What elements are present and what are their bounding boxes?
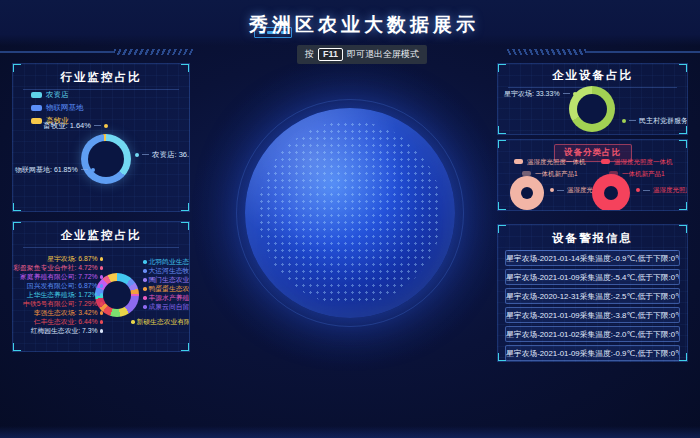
legend-label: 农资店	[46, 90, 69, 99]
pie-label-store: 农资店: 36.51%	[135, 150, 190, 159]
legend-item[interactable]: 温湿度光照度一体机	[514, 157, 586, 166]
enterprise-panel: 企业监控占比 星宇农场: 6.87% 彩盈聚鱼专业合作社: 4.72% 家庭养殖…	[12, 221, 190, 352]
legend-label: 物联网基地	[46, 103, 84, 112]
label-dot	[143, 305, 147, 309]
label-dot	[100, 329, 104, 333]
pie-label: 国兴发有限公司: 6.87%	[27, 282, 103, 290]
industry-panel-title: 行业监控占比	[23, 70, 179, 90]
legend-swatch	[31, 92, 42, 98]
legend-swatch	[31, 105, 42, 111]
alert-row: 星宇农场-2021-01-09采集温度:-5.4℃,低于下限:0℃	[505, 269, 680, 285]
footer-glow-band	[0, 426, 700, 438]
label-dot	[131, 320, 135, 324]
tooltip-suffix: 即可退出全屏模式	[347, 48, 419, 61]
category-right-donut-chart[interactable]	[592, 174, 630, 211]
pie-label: 丰源水产养殖专业合作社: 1.	[143, 294, 190, 302]
label-dot	[100, 311, 104, 315]
alert-row: 星宇农场-2021-01-02采集温度:-2.0℃,低于下限:0℃	[505, 326, 680, 342]
pie-label: 星宇农场: 6.87%	[47, 255, 103, 263]
fullscreen-tooltip: 按 F11 即可退出全屏模式	[297, 45, 427, 64]
alerts-panel: 设备警报信息 星宇农场-2021-01-14采集温度:-0.9℃,低于下限:0℃…	[497, 224, 688, 362]
label-dot	[143, 296, 147, 300]
label-dot	[622, 119, 626, 123]
label-dot	[143, 260, 147, 264]
label-dot	[100, 320, 104, 324]
pie-label: 新硕生态农业有限公司: 6.87	[131, 318, 190, 326]
label-dot	[636, 188, 640, 192]
header-decor-line-right	[506, 49, 700, 55]
pie-label: 家庭养殖有限公司: 7.72%	[20, 273, 103, 281]
pie-label: 北羽鸽业生态养殖: 11.16%	[143, 258, 190, 266]
pie-label: 仁丰生态农业: 6.44%	[34, 318, 103, 326]
label-dot	[100, 302, 104, 306]
device-category-panel: 设备分类占比 温湿度光照度一体机 一体机新产品1 温湿度光照度一… 温湿度光照度…	[497, 139, 688, 211]
alerts-list: 星宇农场-2021-01-14采集温度:-0.9℃,低于下限:0℃ 星宇农场-2…	[505, 250, 680, 361]
category-left-legend: 温湿度光照度一体机 一体机新产品1	[514, 157, 586, 178]
globe	[245, 108, 455, 318]
legend-item[interactable]: 农资店	[31, 90, 84, 99]
alert-row: 星宇农场-2020-12-31采集温度:-2.5℃,低于下限:0℃	[505, 288, 680, 304]
alert-row: 星宇农场-2021-01-14采集温度:-0.9℃,低于下限:0℃	[505, 250, 680, 266]
category-right-callout: 温湿度光照度一…	[636, 186, 688, 194]
pie-label: 陶门生态农业科技有限公	[143, 276, 190, 284]
device-ratio-panel-title: 企业设备占比	[508, 68, 677, 88]
category-left-donut-chart[interactable]	[510, 176, 544, 210]
label-dot	[100, 257, 104, 261]
label-dot	[550, 188, 554, 192]
pie-label-iot: 物联网基地: 61.85%	[15, 165, 95, 174]
alert-row: 星宇农场-2021-01-09采集温度:-0.9℃,低于下限:0℃	[505, 345, 680, 361]
pie-label: 中铁5号有限公司: 7.29%	[23, 300, 103, 308]
pie-label: 红梅园生态农业: 7.3%	[31, 327, 103, 335]
pie-label: 李强生态农场: 3.42%	[34, 309, 103, 317]
label-dot	[573, 92, 577, 96]
legend-item[interactable]: 物联网基地	[31, 103, 84, 112]
tooltip-prefix: 按	[305, 48, 314, 61]
dashboard: 秀洲区农业大数据展示 按 F11 即可退出全屏模式 行业监控占比 农资店 物联网…	[0, 0, 700, 438]
f11-key-badge: F11	[318, 48, 343, 61]
industry-legend: 农资店 物联网基地 畜牧业	[31, 90, 84, 125]
industry-donut-chart[interactable]	[81, 134, 131, 184]
pie-label: 鸭蛋蛋生态农场: 4.29	[143, 285, 190, 293]
pie-label-xingyu: 星宇农场: 33.33%	[504, 89, 577, 98]
label-dot	[100, 266, 104, 270]
enterprise-panel-title: 企业监控占比	[23, 228, 179, 248]
pie-label: 上华生态养殖场: 1.72%	[27, 291, 103, 299]
label-dot	[143, 278, 147, 282]
device-ratio-panel: 企业设备占比 星宇农场: 33.33% 民主村党群服务中心:	[497, 63, 688, 135]
page-title: 秀洲区农业大数据展示	[249, 12, 479, 38]
label-dot	[91, 168, 95, 172]
label-dot	[135, 153, 139, 157]
pie-label: 彩盈聚鱼专业合作社: 4.72%	[13, 264, 103, 272]
legend-swatch	[601, 159, 610, 164]
pie-label-livestock: 畜牧业: 1.64%	[43, 121, 108, 130]
label-dot	[143, 287, 147, 291]
pie-label: 大运河生态牧业有限责任公	[143, 267, 190, 275]
legend-swatch	[31, 118, 42, 124]
alert-row: 星宇农场-2021-01-09采集温度:-3.8℃,低于下限:0℃	[505, 307, 680, 323]
alerts-panel-title: 设备警报信息	[508, 231, 677, 251]
legend-item[interactable]: 温湿度光照度一体机	[601, 157, 673, 166]
legend-swatch	[514, 159, 523, 164]
label-dot	[100, 284, 104, 288]
label-dot	[100, 275, 104, 279]
pie-label-minzhucun: 民主村党群服务中心:	[622, 116, 688, 125]
industry-panel: 行业监控占比 农资店 物联网基地 畜牧业 畜牧业: 1.64% 农资店: 36.…	[12, 63, 190, 212]
header-decor-line-left	[0, 49, 194, 55]
label-dot	[104, 124, 108, 128]
header-bar: 秀洲区农业大数据展示	[0, 0, 700, 46]
pie-label: 成泉云间自留地: 15.02%	[143, 303, 190, 311]
label-dot	[143, 269, 147, 273]
label-dot	[100, 293, 104, 297]
